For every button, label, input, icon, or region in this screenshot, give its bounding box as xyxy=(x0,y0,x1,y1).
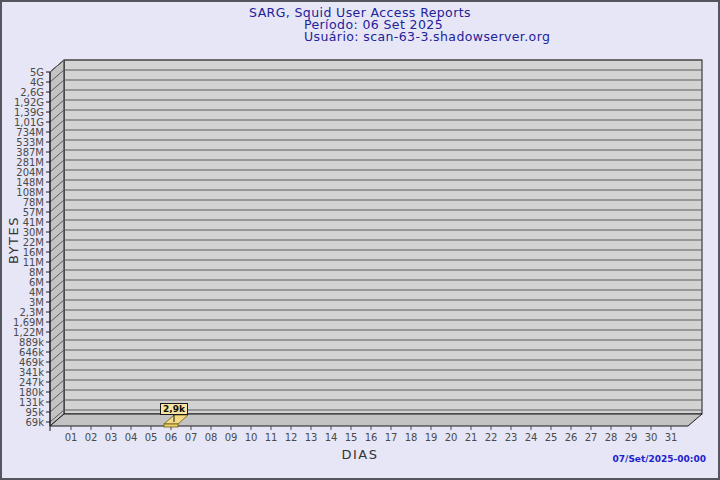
plot-area xyxy=(64,60,702,414)
sarg-report-canvas: SARG, Squid User Access Reports Período:… xyxy=(0,0,720,480)
x-tick-label: 25 xyxy=(545,432,558,443)
x-tick-label: 24 xyxy=(525,432,538,443)
x-tick-label: 06 xyxy=(165,432,178,443)
x-tick-label: 02 xyxy=(85,432,98,443)
floor-3d xyxy=(50,414,702,426)
access-bytes-chart: 5G4G2,6G1,92G1,39G1,01G734M533M387M281M2… xyxy=(2,2,720,480)
x-tick-label: 18 xyxy=(405,432,418,443)
x-tick-label: 01 xyxy=(65,432,78,443)
x-tick-label: 26 xyxy=(565,432,578,443)
x-tick-label: 28 xyxy=(605,432,618,443)
x-tick-label: 27 xyxy=(585,432,598,443)
x-axis-title: DIAS xyxy=(2,447,718,462)
data-point-flag: 2,9k xyxy=(160,403,188,415)
x-tick-label: 30 xyxy=(645,432,658,443)
x-tick-label: 23 xyxy=(505,432,518,443)
x-tick-label: 12 xyxy=(285,432,298,443)
x-tick-label: 09 xyxy=(225,432,238,443)
y-axis-title: BYTES xyxy=(6,216,21,264)
x-tick-label: 22 xyxy=(485,432,498,443)
x-tick-label: 16 xyxy=(365,432,378,443)
x-tick-label: 17 xyxy=(385,432,398,443)
x-tick-label: 29 xyxy=(625,432,638,443)
x-tick-label: 15 xyxy=(345,432,358,443)
generation-timestamp: 07/Set/2025-00:00 xyxy=(613,454,706,464)
x-tick-label: 03 xyxy=(105,432,118,443)
y-tick-label: 69k xyxy=(25,417,44,428)
x-tick-label: 08 xyxy=(205,432,218,443)
x-tick-label: 10 xyxy=(245,432,258,443)
left-wall-3d xyxy=(50,60,64,426)
x-tick-label: 11 xyxy=(265,432,278,443)
x-tick-label: 31 xyxy=(665,432,678,443)
x-tick-label: 05 xyxy=(145,432,158,443)
bar-front-face xyxy=(164,424,178,427)
x-tick-label: 21 xyxy=(465,432,478,443)
x-tick-label: 04 xyxy=(125,432,138,443)
x-tick-label: 14 xyxy=(325,432,338,443)
x-tick-label: 20 xyxy=(445,432,458,443)
x-tick-label: 13 xyxy=(305,432,318,443)
x-tick-label: 07 xyxy=(185,432,198,443)
x-tick-label: 19 xyxy=(425,432,438,443)
